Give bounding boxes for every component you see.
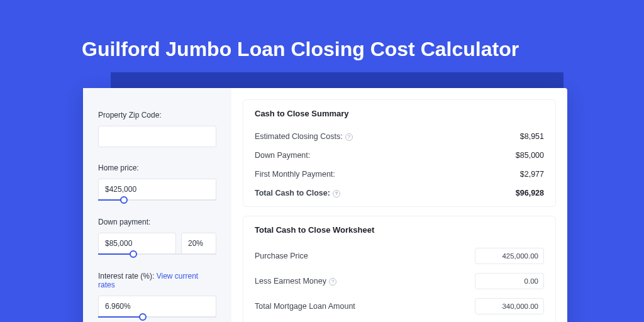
help-icon[interactable]: ? bbox=[345, 133, 353, 141]
slider-thumb[interactable] bbox=[139, 313, 147, 321]
worksheet-heading: Total Cash to Close Worksheet bbox=[255, 225, 544, 235]
summary-row-value: $96,928 bbox=[516, 189, 544, 197]
interest-rate-field: Interest rate (%): View current rates bbox=[98, 272, 216, 318]
down-payment-amount-input[interactable] bbox=[98, 233, 176, 254]
interest-rate-input[interactable] bbox=[98, 296, 216, 317]
zip-field: Property Zip Code: bbox=[98, 111, 216, 147]
interest-rate-label-text: Interest rate (%): bbox=[98, 272, 157, 280]
summary-row-label: Down Payment: bbox=[255, 151, 310, 160]
home-price-field: Home price: bbox=[98, 164, 216, 201]
summary-row-value: $8,951 bbox=[520, 132, 544, 141]
help-icon[interactable]: ? bbox=[329, 278, 336, 286]
worksheet-row-input[interactable] bbox=[475, 248, 544, 264]
down-payment-percent-input[interactable] bbox=[181, 233, 216, 254]
slider-fill bbox=[98, 253, 133, 255]
home-price-input[interactable] bbox=[98, 179, 216, 200]
slider-thumb[interactable] bbox=[120, 196, 128, 204]
slider-thumb[interactable] bbox=[130, 250, 137, 258]
worksheet-row: Total Mortgage Loan Amount bbox=[255, 294, 544, 319]
home-price-slider[interactable] bbox=[98, 200, 216, 201]
input-sidebar: Property Zip Code: Home price: Down paym… bbox=[83, 88, 231, 322]
worksheet-rows: Purchase PriceLess Earnest Money?Total M… bbox=[255, 243, 544, 322]
worksheet-row-label: Purchase Price bbox=[255, 252, 308, 260]
worksheet-row-input[interactable] bbox=[475, 298, 544, 314]
summary-heading: Cash to Close Summary bbox=[255, 109, 544, 118]
down-payment-label: Down payment: bbox=[98, 218, 216, 226]
worksheet-row: Less Earnest Money? bbox=[255, 269, 544, 294]
interest-rate-slider[interactable] bbox=[98, 317, 216, 318]
worksheet-row: Purchase Price bbox=[255, 243, 544, 269]
worksheet-row-label: Less Earnest Money? bbox=[255, 277, 336, 286]
summary-row-label: First Monthly Payment: bbox=[255, 170, 335, 179]
summary-row-value: $85,000 bbox=[516, 151, 544, 160]
calculator-panel: Property Zip Code: Home price: Down paym… bbox=[83, 88, 567, 322]
slider-fill bbox=[98, 316, 143, 318]
results-main: Cash to Close Summary Estimated Closing … bbox=[231, 88, 567, 322]
page-title: Guilford Jumbo Loan Closing Cost Calcula… bbox=[82, 38, 519, 61]
summary-row: Estimated Closing Costs:?$8,951 bbox=[255, 127, 544, 146]
summary-row: First Monthly Payment:$2,977 bbox=[255, 165, 544, 184]
summary-row-label: Estimated Closing Costs:? bbox=[255, 132, 353, 141]
down-payment-field: Down payment: bbox=[98, 218, 216, 255]
summary-row: Down Payment:$85,000 bbox=[255, 146, 544, 165]
summary-row: Total Cash to Close:?$96,928 bbox=[255, 184, 544, 203]
worksheet-row-input[interactable] bbox=[475, 273, 544, 289]
cash-to-close-summary-card: Cash to Close Summary Estimated Closing … bbox=[243, 99, 556, 207]
summary-row-label: Total Cash to Close:? bbox=[255, 189, 340, 197]
help-icon[interactable]: ? bbox=[333, 190, 340, 197]
summary-rows: Estimated Closing Costs:?$8,951Down Paym… bbox=[255, 127, 544, 203]
down-payment-slider[interactable] bbox=[98, 254, 216, 255]
home-price-label: Home price: bbox=[98, 164, 216, 172]
worksheet-row-label: Total Mortgage Loan Amount bbox=[255, 302, 355, 311]
zip-label: Property Zip Code: bbox=[98, 111, 216, 119]
zip-input[interactable] bbox=[98, 126, 216, 147]
interest-rate-label: Interest rate (%): View current rates bbox=[98, 272, 216, 289]
worksheet-row: Total Second Mortgage Amount? bbox=[255, 319, 544, 322]
summary-row-value: $2,977 bbox=[520, 170, 544, 179]
cash-to-close-worksheet-card: Total Cash to Close Worksheet Purchase P… bbox=[243, 216, 556, 322]
